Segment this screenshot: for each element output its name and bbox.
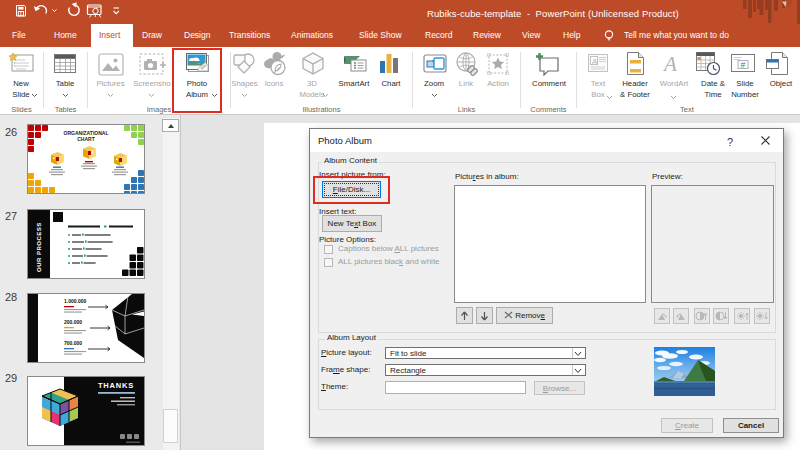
svg-text:OUR PROCESS: OUR PROCESS [36, 222, 42, 272]
svg-text:CHART: CHART [77, 136, 95, 142]
svg-text:A: A [662, 54, 677, 74]
svg-text:?: ? [727, 136, 733, 148]
svg-text:A: A [592, 57, 598, 66]
svg-text:700.000: 700.000 [64, 340, 82, 346]
svg-text:200.000: 200.000 [64, 319, 82, 325]
svg-text:1.000.000: 1.000.000 [64, 298, 86, 304]
svg-text:THANKS: THANKS [98, 381, 134, 390]
svg-text:#: # [741, 60, 746, 70]
